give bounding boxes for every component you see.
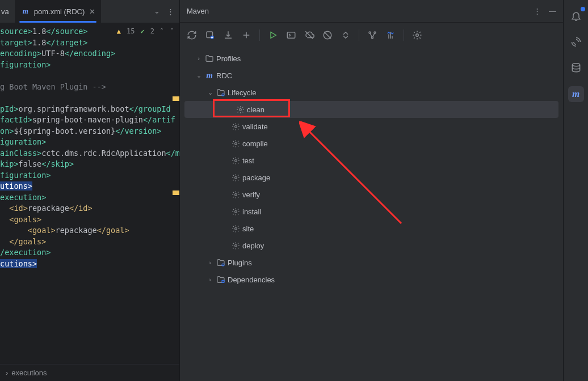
notifications-icon[interactable] <box>568 8 584 24</box>
code-line[interactable]: execution> <box>0 192 176 204</box>
ai-assistant-icon[interactable] <box>568 34 584 50</box>
code-line[interactable]: g Boot Maven Plugin --> <box>0 82 176 93</box>
reload-icon[interactable] <box>187 30 197 40</box>
gear-icon <box>230 156 241 165</box>
chevron-right-icon: › <box>194 55 204 62</box>
toggle-offline-icon[interactable] <box>304 30 314 40</box>
lifecycle-goal-clean[interactable]: clean <box>184 101 558 118</box>
separator <box>404 29 404 41</box>
gear-icon <box>230 225 241 233</box>
code-line[interactable]: factId>spring-boot-maven-plugin</artif <box>0 115 176 126</box>
lifecycle-goal-site[interactable]: site <box>180 220 563 237</box>
code-line[interactable]: /execution> <box>0 247 176 259</box>
maven-sidebar-icon[interactable]: m <box>568 86 584 102</box>
svg-point-21 <box>572 64 579 66</box>
separator <box>259 29 260 41</box>
tab-controls: ⌄ ⋮ <box>148 7 179 16</box>
code-line[interactable]: utions> <box>0 181 176 192</box>
tree-node-profiles[interactable]: › Profiles <box>180 50 563 67</box>
lifecycle-goal-test[interactable]: test <box>180 152 563 169</box>
maven-header: Maven ⋮ — <box>180 0 563 23</box>
close-icon[interactable]: ✕ <box>89 7 95 16</box>
code-line[interactable]: iguration> <box>0 137 176 148</box>
generate-sources-icon[interactable] <box>205 30 215 40</box>
show-diagram-icon[interactable] <box>385 30 396 40</box>
breadcrumb[interactable]: › executions <box>0 364 179 381</box>
ok-count: 2 <box>150 26 154 37</box>
goal-label: install <box>241 208 261 216</box>
code-line[interactable] <box>0 70 176 82</box>
code-line[interactable]: <goal>repackage</goal> <box>0 225 176 236</box>
gear-icon <box>230 173 241 182</box>
lifecycle-goal-compile[interactable]: compile <box>180 135 563 152</box>
tree-node-plugins[interactable]: › Plugins <box>180 254 563 271</box>
code-line[interactable]: figuration> <box>0 60 176 71</box>
lifecycle-goal-install[interactable]: install <box>180 203 563 220</box>
code-line[interactable]: <id>repackage</id> <box>0 203 176 214</box>
download-sources-icon[interactable] <box>223 30 233 40</box>
folder-gear-icon <box>215 88 226 97</box>
add-icon[interactable] <box>241 30 251 40</box>
inspections-widget[interactable]: ▲ 15 ✔ 2 ˄ ˅ <box>117 26 175 37</box>
tree-node-dependencies[interactable]: › Dependencies <box>180 271 563 288</box>
code-line[interactable]: kip>false</skip> <box>0 159 176 170</box>
collapse-all-icon[interactable] <box>341 30 351 40</box>
svg-point-10 <box>234 125 237 128</box>
code-line[interactable]: pId>org.springframework.boot</groupId <box>0 104 176 115</box>
svg-point-6 <box>372 37 373 39</box>
notification-dot <box>581 7 585 11</box>
gear-icon <box>234 105 246 114</box>
gear-icon <box>230 122 241 131</box>
goal-label: compile <box>241 139 268 148</box>
svg-point-15 <box>234 210 237 213</box>
lifecycle-goal-verify[interactable]: verify <box>180 186 563 203</box>
separator <box>359 29 359 41</box>
minimize-icon[interactable]: — <box>549 7 556 15</box>
more-icon[interactable]: ⋮ <box>167 7 174 16</box>
svg-point-4 <box>369 32 371 33</box>
svg-point-11 <box>234 142 237 145</box>
code-line[interactable]: cutions> <box>0 259 176 270</box>
goal-label: site <box>241 225 254 233</box>
tab-label: pom.xml (RDC) <box>34 7 85 16</box>
editor-tab-pom[interactable]: m pom.xml (RDC) ✕ <box>15 0 102 23</box>
tree-node-lifecycle[interactable]: ⌄ Lifecycle <box>180 84 563 101</box>
maven-toolbar <box>180 23 563 48</box>
tree-label: Dependencies <box>226 276 275 284</box>
maven-project-icon: m <box>204 71 215 81</box>
database-icon[interactable] <box>568 60 584 76</box>
show-dependencies-icon[interactable] <box>367 30 377 40</box>
chevron-down-icon[interactable]: ⌄ <box>154 7 160 15</box>
run-icon[interactable] <box>268 30 278 40</box>
svg-rect-2 <box>287 32 295 39</box>
settings-icon[interactable] <box>412 30 422 40</box>
svg-point-12 <box>234 159 237 162</box>
code-line[interactable]: on>${spring-boot.version}</version> <box>0 126 176 137</box>
code-line[interactable] <box>0 92 176 104</box>
chevron-right-icon: › <box>6 369 8 377</box>
editor-tab-partial[interactable]: va <box>0 0 15 23</box>
code-line[interactable]: </goals> <box>0 236 176 248</box>
svg-rect-19 <box>222 280 224 282</box>
code-line[interactable]: ainClass>cctc.dms.rdc.RdcApplication</m <box>0 148 176 159</box>
lifecycle-goal-validate[interactable]: validate <box>180 118 563 135</box>
warning-icon: ▲ <box>117 26 121 37</box>
options-icon[interactable]: ⋮ <box>534 7 541 15</box>
code-line[interactable]: <goals> <box>0 214 176 226</box>
code-line[interactable]: target>1.8</target> <box>0 37 176 49</box>
tree-node-project[interactable]: ⌄ m RDC <box>180 67 563 84</box>
skip-tests-icon[interactable] <box>322 30 333 40</box>
gear-icon <box>230 190 241 199</box>
execute-icon[interactable] <box>286 30 296 40</box>
svg-point-17 <box>234 244 237 247</box>
nav-up-icon[interactable]: ˄ <box>160 26 165 37</box>
maven-tree[interactable]: › Profiles ⌄ m RDC ⌄ Lifecycle cleanvali… <box>180 48 563 381</box>
code-editor[interactable]: ▲ 15 ✔ 2 ˄ ˅ source>1.8</source>target>1… <box>0 23 179 364</box>
code-line[interactable]: figuration> <box>0 170 176 181</box>
right-sidebar: m <box>563 0 588 381</box>
lifecycle-goal-package[interactable]: package <box>180 169 563 186</box>
goal-label: clean <box>246 105 264 114</box>
maven-tool-window: Maven ⋮ — › Profiles ⌄ m RDC <box>179 0 563 381</box>
lifecycle-goal-deploy[interactable]: deploy <box>180 237 563 254</box>
code-line[interactable]: encoding>UTF-8</encoding> <box>0 48 176 60</box>
